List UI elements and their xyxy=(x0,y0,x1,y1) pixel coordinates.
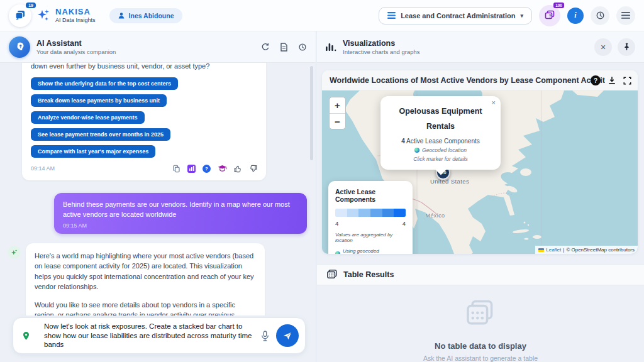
legend-title: Active Lease Components xyxy=(335,188,406,203)
popup-count-label: Active Lease Components xyxy=(406,138,480,145)
explain-button[interactable] xyxy=(218,165,227,173)
assistant-header-text: AI Assistant Your data analysis companio… xyxy=(36,38,116,55)
fullscreen-button[interactable] xyxy=(623,77,631,85)
sparkles-icon xyxy=(36,8,50,23)
message-text: Behind these payments are our vendors. I… xyxy=(63,199,298,220)
brand-subtitle: AI Data Insights xyxy=(55,17,96,23)
attribution-separator: | xyxy=(563,247,564,253)
copy-button[interactable] xyxy=(172,165,180,173)
nakisa-logo[interactable]: 19 xyxy=(9,4,31,27)
history-button[interactable] xyxy=(591,6,609,25)
hamburger-icon xyxy=(621,12,630,19)
suggestion-buttons: Show the underlying data for the top cos… xyxy=(31,77,257,158)
feedback-squares-icon: ? xyxy=(545,10,555,21)
message-text: down even further by business unit, vend… xyxy=(31,63,257,72)
visualizations-header: Visualizations Interactive charts and gr… xyxy=(317,31,644,63)
visualizations-actions: × xyxy=(594,38,635,56)
suggestion-button[interactable]: See lease payment trends over months in … xyxy=(31,128,170,141)
zoom-out-button[interactable]: − xyxy=(330,113,345,129)
osm-credit[interactable]: © OpenStreetMap contributors xyxy=(566,247,635,253)
close-button[interactable]: × xyxy=(594,38,612,56)
legend-min: 4 xyxy=(335,220,338,227)
table-results-empty-state: No table data to display Ask the AI assi… xyxy=(317,285,644,362)
assistant-message-2-row: Here's a world map highlighting where yo… xyxy=(8,243,308,315)
thumbs-up-button[interactable] xyxy=(234,165,242,173)
document-button[interactable] xyxy=(280,43,288,52)
main-menu-button[interactable] xyxy=(616,6,635,25)
visualizations-panel: Visualizations Interactive charts and gr… xyxy=(317,31,644,362)
chevron-down-icon: ▾ xyxy=(520,13,523,19)
visualizations-title: Visualizations xyxy=(343,38,420,48)
module-select[interactable]: Lease and Contract Administration ▾ xyxy=(379,7,532,25)
thumbs-down-button[interactable] xyxy=(249,165,257,173)
legend-max: 4 xyxy=(402,220,406,227)
map-zoom-control: + − xyxy=(329,97,346,129)
message-composer[interactable]: Now let's look at risk exposures. Create… xyxy=(13,317,306,354)
assistant-panel: AI Assistant Your data analysis companio… xyxy=(0,31,316,362)
message-input[interactable]: Now let's look at risk exposures. Create… xyxy=(36,322,254,350)
assistant-subtitle: Your data analysis companion xyxy=(36,48,116,55)
empty-state-title: No table data to display xyxy=(435,341,526,351)
chart-button[interactable] xyxy=(187,165,196,173)
legend-color-scale xyxy=(335,209,406,217)
map-card-actions: ? xyxy=(591,70,631,90)
suggestion-button[interactable]: Analyze vendor-wise lease payments xyxy=(31,111,145,124)
map-visualization-card: Worldwide Locations of Most Active Vendo… xyxy=(322,70,638,254)
message-time: 09:15 AM xyxy=(63,222,298,229)
table-results-title: Table Results xyxy=(343,270,394,279)
spark-icon xyxy=(11,249,18,256)
pin-button[interactable] xyxy=(618,38,635,56)
paper-plane-icon xyxy=(282,331,292,341)
legend-range: 4 4 xyxy=(335,220,406,227)
popup-hint: Click marker for details xyxy=(387,156,494,162)
mic-button[interactable] xyxy=(260,331,270,341)
legend-note-aggregated: Values are aggregated by location xyxy=(335,232,406,243)
map-help-button[interactable]: ? xyxy=(591,75,601,85)
globe-icon xyxy=(414,148,419,153)
feedback-button[interactable]: ? 100 xyxy=(539,5,560,26)
leaflet-map[interactable]: + − × Opelousas Equipment Rentals 4 Acti… xyxy=(322,90,638,254)
table-results-header: Table Results xyxy=(317,264,644,285)
send-button[interactable] xyxy=(276,324,299,347)
leaflet-link[interactable]: Leaflet xyxy=(546,247,561,253)
suggestion-button[interactable]: Compare with last year's major expenses xyxy=(31,145,155,158)
chat-scrollbar[interactable] xyxy=(310,66,313,160)
zoom-in-button[interactable]: + xyxy=(330,97,345,113)
message-paragraph: Here's a world map highlighting where yo… xyxy=(35,251,256,292)
user-message: Behind these payments are our vendors. I… xyxy=(54,193,307,234)
refresh-button[interactable] xyxy=(261,43,270,52)
topbar-actions: Lease and Contract Administration ▾ ? 10… xyxy=(379,5,635,26)
empty-state-subtitle: Ask the AI assistant to generate a table xyxy=(423,354,538,362)
assistant-avatar xyxy=(9,36,30,58)
download-button[interactable] xyxy=(608,76,616,85)
module-select-value: Lease and Contract Administration xyxy=(401,12,515,19)
chat-scroll-area[interactable]: down even further by business unit, vend… xyxy=(0,63,316,315)
info-button[interactable]: i xyxy=(567,8,584,24)
popup-close-button[interactable]: × xyxy=(492,99,496,106)
history-clock-icon xyxy=(596,11,605,20)
help-button[interactable]: ? xyxy=(203,165,211,173)
legend-note-geocoded: Using geocoded coordinates xyxy=(335,248,406,254)
app-root: 19 NAKISA AI Data Insights Ines Abidoune… xyxy=(0,0,644,362)
user-chip[interactable]: Ines Abidoune xyxy=(109,8,182,23)
suggestion-button[interactable]: Show the underlying data for the top cos… xyxy=(31,77,178,90)
table-icon xyxy=(327,270,337,280)
popup-count: 4 Active Lease Components xyxy=(387,138,494,145)
top-header: 19 NAKISA AI Data Insights Ines Abidoune… xyxy=(0,0,644,31)
pushpin-icon xyxy=(623,43,631,51)
popup-vendor-name: Opelousas Equipment Rentals xyxy=(387,104,494,134)
bar-chart-icon xyxy=(326,42,336,52)
popup-geocoded-note: Geocoded location xyxy=(387,147,494,153)
assistant-header-actions xyxy=(261,43,307,52)
visualizations-header-text: Visualizations Interactive charts and gr… xyxy=(343,38,420,55)
person-icon xyxy=(118,12,125,19)
map-title: Worldwide Locations of Most Active Vendo… xyxy=(330,76,605,85)
chat-history-button[interactable] xyxy=(298,43,307,52)
message-time: 09:14 AM xyxy=(31,165,55,172)
suggestion-button[interactable]: Break down lease payments by business un… xyxy=(31,94,167,107)
ai-head-icon xyxy=(14,41,25,52)
brand-block: NAKISA AI Data Insights xyxy=(55,8,96,23)
message-actions: ? xyxy=(172,165,257,173)
country-label-mexico: México xyxy=(416,212,454,219)
message-footer: 09:14 AM ? xyxy=(31,165,257,173)
